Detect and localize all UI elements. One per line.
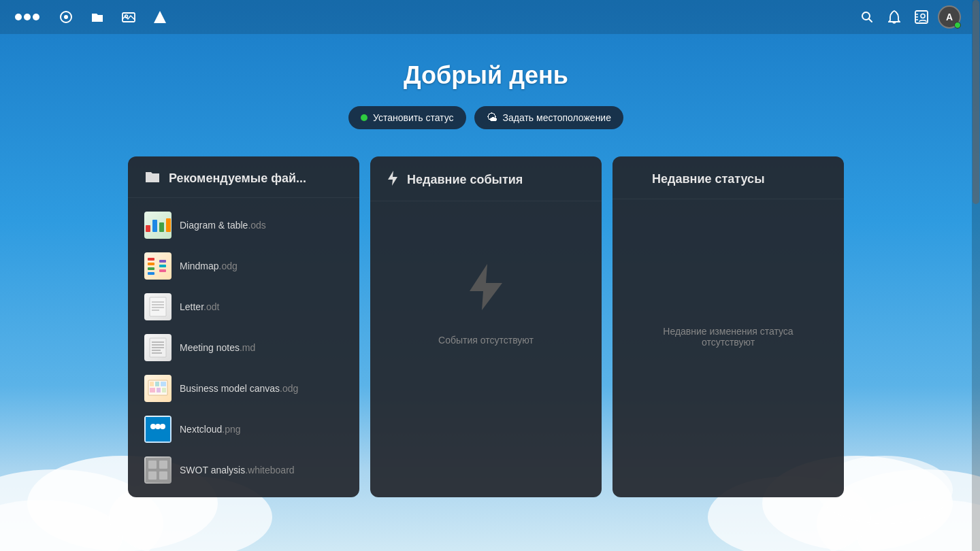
file-name-swot: SWOT analysis.whiteboard bbox=[180, 465, 295, 475]
file-thumb-diagram bbox=[144, 212, 172, 239]
card-title-statuses: Недавние статусы bbox=[652, 172, 765, 186]
svg-point-49 bbox=[160, 424, 165, 429]
topbar: A bbox=[0, 0, 972, 34]
file-item-swot[interactable]: SWOT analysis.whiteboard bbox=[139, 450, 348, 490]
card-title-events: Недавние события bbox=[407, 173, 523, 187]
main-content: Добрый день Установить статус 🌤 Задать м… bbox=[0, 34, 972, 551]
svg-rect-24 bbox=[148, 272, 154, 275]
nextcloud-thumb-icon bbox=[146, 417, 170, 441]
events-empty-icon bbox=[466, 263, 506, 321]
file-item-meeting-notes[interactable]: Meeting notes.md bbox=[139, 327, 348, 368]
mindmap-icon bbox=[146, 254, 170, 278]
svg-rect-23 bbox=[148, 267, 154, 270]
file-name-business-canvas: Business model canvas.odg bbox=[180, 383, 298, 394]
folder-icon bbox=[144, 170, 161, 186]
nav-photos[interactable] bbox=[120, 8, 137, 26]
svg-rect-52 bbox=[159, 461, 167, 469]
chart-icon bbox=[144, 216, 172, 235]
card-body-files: Diagram & table.ods bbox=[128, 198, 359, 497]
card-header-files: Рекомендуемые фай... bbox=[128, 156, 359, 198]
recent-events-card: Недавние события События отсутствуют bbox=[370, 156, 602, 497]
location-icon: 🌤 bbox=[487, 112, 497, 124]
file-name-meeting-notes: Meeting notes.md bbox=[180, 342, 255, 353]
greeting-buttons: Установить статус 🌤 Задать местоположени… bbox=[0, 106, 972, 129]
greeting-title: Добрый день bbox=[0, 61, 972, 90]
svg-rect-28 bbox=[150, 297, 166, 316]
svg-rect-44 bbox=[157, 388, 161, 393]
svg-marker-55 bbox=[388, 171, 397, 186]
events-empty-text: События отсутствуют bbox=[438, 335, 534, 346]
search-button[interactable] bbox=[856, 6, 878, 28]
svg-rect-53 bbox=[148, 471, 157, 480]
svg-line-15 bbox=[869, 19, 872, 22]
svg-marker-13 bbox=[154, 11, 166, 23]
letter-icon bbox=[146, 295, 170, 319]
cards-section: Рекомендуемые фай... Diagram & table bbox=[0, 156, 972, 497]
logo-dot-3 bbox=[33, 14, 39, 20]
file-thumb-business-canvas bbox=[144, 375, 172, 402]
user-avatar[interactable]: A bbox=[938, 5, 961, 29]
svg-rect-51 bbox=[148, 461, 157, 469]
events-empty-state: События отсутствуют bbox=[381, 208, 591, 400]
scrollbar[interactable] bbox=[972, 0, 980, 551]
file-thumb-letter bbox=[144, 293, 172, 320]
notifications-button[interactable] bbox=[883, 6, 905, 28]
svg-rect-45 bbox=[162, 388, 166, 393]
lightning-icon bbox=[387, 170, 399, 190]
contacts-button[interactable] bbox=[911, 6, 932, 28]
logo-dot-1 bbox=[15, 14, 22, 20]
file-thumb-meeting-notes bbox=[144, 334, 172, 361]
svg-rect-26 bbox=[159, 265, 166, 267]
file-thumb-swot bbox=[144, 456, 172, 484]
svg-rect-43 bbox=[150, 388, 155, 393]
nextcloud-logo[interactable] bbox=[11, 8, 44, 26]
set-status-button[interactable]: Установить статус bbox=[348, 106, 466, 129]
recent-statuses-card: Недавние статусы Недавние изменения стат… bbox=[612, 156, 844, 497]
statuses-empty-icon bbox=[704, 261, 753, 312]
file-item-diagram[interactable]: Diagram & table.ods bbox=[139, 205, 348, 246]
file-name-diagram: Diagram & table.ods bbox=[180, 220, 266, 231]
svg-point-47 bbox=[155, 424, 161, 429]
file-item-letter[interactable]: Letter.odt bbox=[139, 286, 348, 327]
canvas-icon bbox=[146, 376, 170, 401]
statuses-empty-text: Недавние изменения статуса отсутствуют bbox=[637, 326, 819, 348]
svg-rect-21 bbox=[148, 258, 154, 261]
svg-rect-54 bbox=[159, 471, 167, 480]
file-name-nextcloud-png: Nextcloud.png bbox=[180, 424, 241, 435]
file-name-mindmap: Mindmap.odg bbox=[180, 261, 238, 271]
svg-point-10 bbox=[64, 15, 68, 19]
avatar-status-indicator bbox=[954, 22, 961, 29]
nav-dashboard[interactable] bbox=[57, 8, 75, 26]
avatar-label: A bbox=[946, 12, 953, 22]
file-name-letter: Letter.odt bbox=[180, 301, 219, 312]
svg-marker-56 bbox=[470, 264, 502, 310]
moon-icon bbox=[629, 170, 644, 188]
svg-rect-42 bbox=[161, 382, 166, 386]
nav-files[interactable] bbox=[88, 8, 106, 26]
card-body-statuses: Недавние изменения статуса отсутствуют bbox=[612, 199, 844, 409]
card-body-events: События отсутствуют bbox=[370, 201, 602, 407]
file-thumb-nextcloud-png bbox=[144, 416, 172, 443]
scrollbar-thumb[interactable] bbox=[973, 0, 979, 204]
svg-point-20 bbox=[921, 14, 925, 18]
file-item-business-canvas[interactable]: Business model canvas.odg bbox=[139, 368, 348, 409]
whiteboard-icon bbox=[146, 458, 170, 482]
notes-icon bbox=[146, 335, 170, 360]
svg-rect-41 bbox=[155, 382, 159, 386]
set-location-button[interactable]: 🌤 Задать местоположение bbox=[474, 106, 623, 129]
statuses-empty-state: Недавние изменения статуса отсутствуют bbox=[623, 206, 833, 402]
file-item-nextcloud-png[interactable]: Nextcloud.png bbox=[139, 409, 348, 450]
topbar-actions: A bbox=[856, 5, 961, 29]
svg-rect-27 bbox=[159, 269, 166, 272]
nav-activity[interactable] bbox=[151, 8, 169, 26]
card-title-files: Рекомендуемые фай... bbox=[169, 171, 306, 186]
location-button-label: Задать местоположение bbox=[503, 112, 611, 123]
status-dot-icon bbox=[361, 114, 368, 121]
topbar-nav bbox=[11, 8, 169, 26]
status-button-label: Установить статус bbox=[373, 112, 454, 123]
greeting-section: Добрый день Установить статус 🌤 Задать м… bbox=[0, 34, 972, 150]
recommended-files-card: Рекомендуемые фай... Diagram & table bbox=[128, 156, 359, 497]
file-item-mindmap[interactable]: Mindmap.odg bbox=[139, 246, 348, 286]
svg-rect-22 bbox=[148, 263, 154, 265]
logo-dot-2 bbox=[24, 14, 31, 20]
